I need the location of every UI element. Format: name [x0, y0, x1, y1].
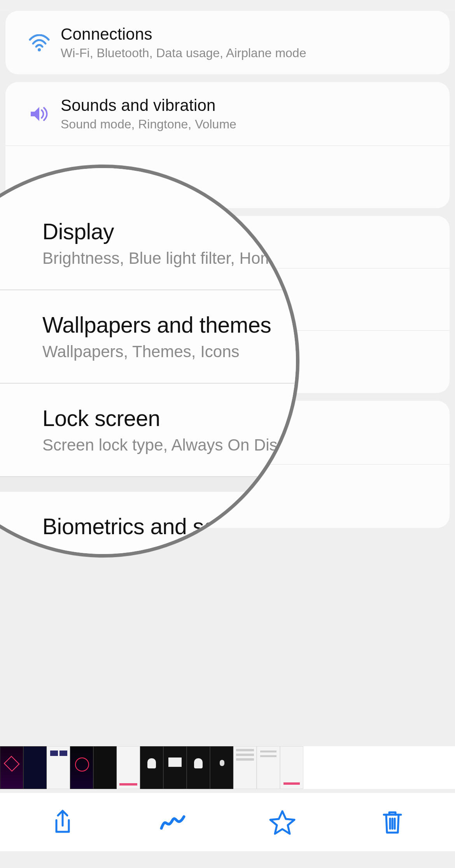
settings-card-connections[interactable]: Connections Wi-Fi, Bluetooth, Data usage… — [5, 11, 450, 74]
thumbnail[interactable] — [257, 746, 280, 789]
thumbnail[interactable] — [117, 746, 140, 789]
thumbnail[interactable] — [187, 746, 210, 789]
row-subtitle: Wi-Fi, Bluetooth, Data usage, Airplane m… — [61, 46, 439, 60]
thumbnail[interactable] — [0, 746, 23, 789]
thumbnail[interactable] — [70, 746, 93, 789]
thumbnail[interactable] — [93, 746, 117, 789]
draw-button[interactable] — [157, 807, 188, 838]
favorite-button[interactable] — [267, 807, 298, 838]
thumbnail[interactable] — [163, 746, 187, 789]
thumbnail[interactable] — [280, 746, 303, 789]
thumbnail[interactable] — [233, 746, 257, 789]
share-button[interactable] — [47, 807, 78, 838]
thumbnail[interactable] — [140, 746, 163, 789]
row-subtitle: Sound mode, Ringtone, Volume — [61, 117, 439, 132]
settings-row-sounds[interactable]: Sounds and vibration Sound mode, Rington… — [5, 82, 450, 146]
speaker-icon — [18, 105, 61, 123]
gallery-toolbar — [0, 793, 455, 851]
gallery-filmstrip[interactable] — [0, 746, 455, 789]
svg-point-0 — [38, 48, 41, 51]
thumbnail[interactable] — [47, 746, 70, 789]
wifi-icon — [18, 34, 61, 51]
gallery-edit-view: Connections Wi-Fi, Bluetooth, Data usage… — [0, 11, 455, 868]
row-title: Connections — [61, 25, 439, 44]
thumbnail[interactable] — [210, 746, 233, 789]
settings-row-connections[interactable]: Connections Wi-Fi, Bluetooth, Data usage… — [5, 11, 450, 74]
thumbnail[interactable] — [23, 746, 47, 789]
delete-button[interactable] — [377, 807, 408, 838]
lens-row-subtitle: Screen lock type, Always On Display, C — [42, 436, 299, 454]
lens-row-subtitle: Brightness, Blue light filter, Home scr — [42, 249, 299, 268]
lens-row-title: Lock screen — [42, 405, 299, 431]
row-title: Sounds and vibration — [61, 96, 439, 115]
lens-row-subtitle: Wallpapers, Themes, Icons — [42, 342, 299, 361]
lens-row-title: Wallpapers and themes — [42, 312, 299, 338]
